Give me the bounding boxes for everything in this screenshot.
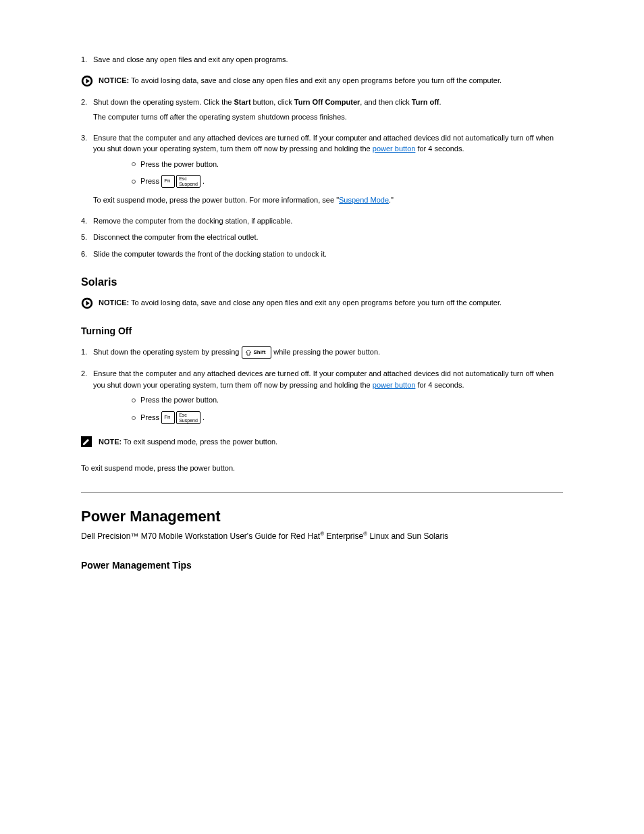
page-subtitle: Dell Precision™ M70 Mobile Workstation U… bbox=[81, 530, 563, 542]
step-row: 2. Shut down the operating system. Click… bbox=[81, 97, 563, 123]
notice-body: To avoid losing data, save and close any… bbox=[129, 298, 502, 307]
svg-point-2 bbox=[132, 162, 136, 165]
step-text: Save and close any open files and exit a… bbox=[93, 54, 563, 66]
key-combo-fn-esc: Fn EscSuspend bbox=[161, 175, 200, 188]
step-number: 5. bbox=[81, 232, 93, 243]
sub-list: Press the power button. Press Fn EscSusp… bbox=[127, 159, 563, 188]
step-number: 6. bbox=[81, 249, 93, 260]
note-text: NOTE: To exit suspend mode, press the po… bbox=[99, 436, 563, 448]
sub-item: Press the power button. bbox=[127, 394, 563, 406]
svg-point-7 bbox=[132, 416, 136, 419]
step-text: Slide the computer towards the front of … bbox=[93, 249, 563, 260]
sub-item: Press the power button. bbox=[127, 159, 563, 170]
step-number: 2. bbox=[81, 368, 93, 380]
bullet-icon bbox=[127, 415, 140, 421]
note-icon-col bbox=[81, 436, 99, 447]
step-text: Shut down the operating system by pressi… bbox=[93, 346, 563, 359]
notice-label: NOTICE: bbox=[99, 76, 129, 84]
paragraph: To exit suspend mode, press the power bu… bbox=[93, 194, 563, 206]
sub-item-text: Press Fn EscSuspend . bbox=[140, 175, 205, 188]
step-text: Ensure that the computer and any attache… bbox=[93, 368, 563, 431]
notice-icon-col bbox=[81, 75, 99, 87]
power-button-link[interactable]: power button bbox=[373, 381, 416, 389]
note-label: NOTE: bbox=[99, 438, 122, 446]
step-number: 4. bbox=[81, 215, 93, 227]
sub-list: Press the power button. Press Fn EscSusp… bbox=[127, 394, 563, 424]
sub-item-text: Press Fn EscSuspend . bbox=[140, 411, 205, 424]
sub-item: Press Fn EscSuspend . bbox=[127, 175, 563, 188]
step-row: 1. Save and close any open files and exi… bbox=[81, 54, 563, 66]
key-combo-fn-esc: Fn EscSuspend bbox=[161, 411, 200, 424]
document-page: 1. Save and close any open files and exi… bbox=[0, 0, 644, 608]
esc-suspend-key-icon: EscSuspend bbox=[176, 411, 200, 424]
pm-tips-heading: Power Management Tips bbox=[81, 558, 563, 573]
notice-text: NOTICE: To avoid losing data, save and c… bbox=[99, 297, 563, 309]
arrow-circle-right-icon bbox=[81, 297, 93, 309]
step-text: Shut down the operating system. Click th… bbox=[93, 97, 563, 123]
solaris-heading: Solaris bbox=[81, 274, 563, 290]
step-text: Remove the computer from the docking sta… bbox=[93, 215, 563, 227]
section-divider bbox=[81, 492, 563, 493]
step-text: Disconnect the computer from the electri… bbox=[93, 232, 563, 243]
fn-key-icon: Fn bbox=[161, 411, 175, 424]
note-body: To exit suspend mode, press the power bu… bbox=[122, 438, 277, 446]
step-row: 6. Slide the computer towards the front … bbox=[81, 249, 563, 260]
step-row: 2. Ensure that the computer and any atta… bbox=[81, 368, 563, 431]
bullet-icon bbox=[127, 161, 140, 167]
notice-row: NOTICE: To avoid losing data, save and c… bbox=[81, 75, 563, 87]
step-row: 4. Remove the computer from the docking … bbox=[81, 215, 563, 227]
esc-suspend-key-icon: EscSuspend bbox=[176, 175, 200, 188]
notice-row: NOTICE: To avoid losing data, save and c… bbox=[81, 297, 563, 309]
notice-body: To avoid losing data, save and close any… bbox=[129, 76, 502, 84]
step-tail: The computer turns off after the operati… bbox=[93, 111, 563, 123]
step-row: 5. Disconnect the computer from the elec… bbox=[81, 232, 563, 243]
svg-point-3 bbox=[132, 180, 136, 183]
up-arrow-icon bbox=[245, 349, 252, 356]
shift-key-icon: Shift bbox=[242, 346, 272, 359]
power-button-link[interactable]: power button bbox=[373, 145, 416, 153]
svg-point-6 bbox=[132, 398, 136, 402]
note-row: NOTE: To exit suspend mode, press the po… bbox=[81, 436, 563, 448]
step-row: 1. Shut down the operating system by pre… bbox=[81, 346, 563, 359]
sub-item: Press Fn EscSuspend . bbox=[127, 411, 563, 424]
paragraph: To exit suspend mode, press the power bu… bbox=[81, 463, 563, 474]
suspend-mode-link[interactable]: Suspend Mode bbox=[339, 196, 389, 204]
bullet-icon bbox=[127, 179, 140, 184]
notice-text: NOTICE: To avoid losing data, save and c… bbox=[99, 75, 563, 86]
bullet-icon bbox=[127, 398, 140, 403]
step-row: 3. Ensure that the computer and any atta… bbox=[81, 132, 563, 206]
page-title: Power Management bbox=[81, 505, 563, 527]
sub-item-text: Press the power button. bbox=[140, 159, 219, 170]
notice-label: NOTICE: bbox=[99, 298, 129, 307]
step-text: Ensure that the computer and any attache… bbox=[93, 132, 563, 206]
step-number: 1. bbox=[81, 54, 93, 66]
turning-off-heading: Turning Off bbox=[81, 324, 563, 338]
sub-item-text: Press the power button. bbox=[140, 394, 219, 406]
step-number: 3. bbox=[81, 132, 93, 144]
fn-key-icon: Fn bbox=[161, 175, 175, 188]
step-number: 1. bbox=[81, 346, 93, 358]
notice-icon-col bbox=[81, 297, 99, 309]
arrow-circle-right-icon bbox=[81, 75, 93, 87]
pencil-note-icon bbox=[81, 436, 92, 447]
step-number: 2. bbox=[81, 97, 93, 108]
